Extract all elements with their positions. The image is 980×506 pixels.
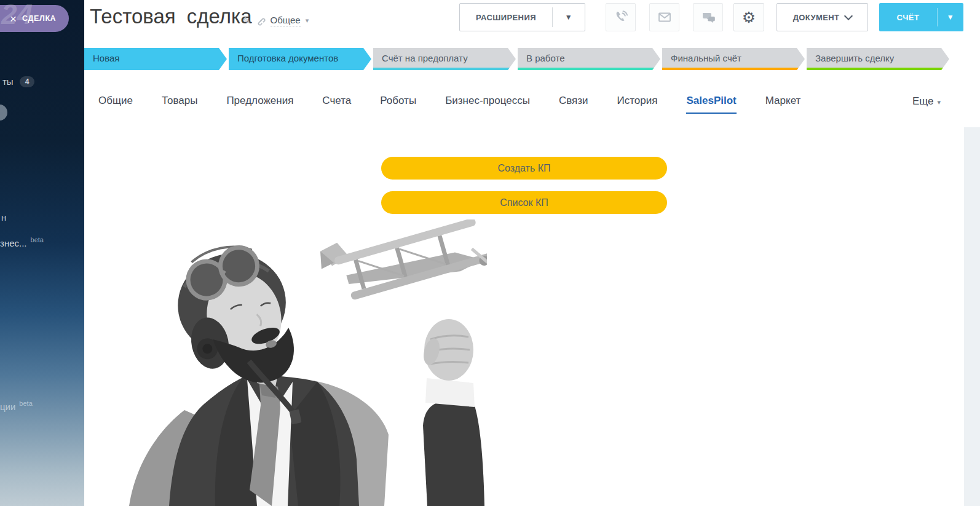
deal-category-selector[interactable]: Общее: [271, 15, 301, 26]
stage-color-bar: [807, 68, 949, 70]
link-icon[interactable]: [256, 16, 266, 26]
tab-invoices[interactable]: Счета: [322, 95, 351, 108]
stage-color-bar: [662, 68, 805, 70]
close-icon[interactable]: ×: [10, 13, 17, 25]
sidebar-item-label: н: [1, 212, 6, 223]
sidebar-item-truncated-2[interactable]: н: [1, 212, 6, 223]
page-title: Тестовая сделка: [90, 5, 252, 28]
beta-tag: beta: [19, 400, 32, 407]
stage-color-bar: [518, 68, 660, 70]
extensions-button[interactable]: РАСШИРЕНИЯ ▼: [459, 3, 585, 31]
pipeline-stage-finalinvoice[interactable]: Финальный счёт: [662, 48, 805, 70]
sidebar-item-truncated-4[interactable]: цииbeta: [0, 400, 33, 412]
chat-icon: [700, 9, 716, 25]
edit-pencil-icon[interactable]: ✎: [243, 15, 251, 26]
stage-label: Подготовка документов: [237, 53, 338, 63]
stage-label: Счёт на предоплату: [382, 53, 468, 63]
invoice-button[interactable]: СЧЁТ ▼: [879, 3, 963, 31]
salespilot-tab-content: Создать КП Список КП: [84, 127, 964, 506]
stage-label: Новая: [93, 53, 119, 63]
stage-color-bar: [373, 68, 516, 70]
caret-down-icon: ▾: [937, 98, 941, 106]
tab-general[interactable]: Общие: [98, 95, 133, 108]
list-kp-button[interactable]: Список КП: [381, 191, 667, 214]
aviator-man-illustration: [111, 219, 487, 506]
sidebar-item-truncated-1[interactable]: ты4: [2, 76, 34, 87]
document-button[interactable]: ДОКУМЕНТ: [776, 3, 868, 31]
pipeline-stage-prepay[interactable]: Счёт на предоплату: [373, 48, 516, 70]
chevron-down-icon[interactable]: ▾: [306, 17, 309, 25]
caret-down-icon[interactable]: ▼: [553, 13, 585, 22]
deal-slider-chip[interactable]: × СДЕЛКА: [0, 5, 69, 32]
sidebar-item-label: ты: [2, 76, 14, 87]
tab-links[interactable]: Связи: [559, 95, 588, 108]
settings-button[interactable]: ⚙: [733, 3, 764, 31]
call-button[interactable]: [606, 3, 636, 31]
tab-more-label: Еще: [912, 95, 934, 107]
tab-bizproc[interactable]: Бизнес-процессы: [445, 95, 530, 108]
document-button-label: ДОКУМЕНТ: [793, 13, 840, 22]
tab-more[interactable]: Еще▾: [912, 95, 964, 108]
sidebar: 24 × СДЕЛКА ты4 н знес...beta цииbeta: [0, 0, 84, 506]
phone-icon: [613, 9, 629, 25]
create-kp-button[interactable]: Создать КП: [381, 157, 667, 180]
bitrix24-deal-page: 24 × СДЕЛКА ты4 н знес...beta цииbeta Те…: [0, 0, 980, 506]
counter-badge-fragment: [0, 105, 7, 121]
deal-slider-panel: Тестовая сделка ✎ Общее ▾ РАСШИРЕНИЯ ▼: [84, 0, 980, 506]
counter-badge: 4: [20, 76, 35, 87]
tab-quotes[interactable]: Предложения: [226, 95, 293, 108]
pipeline-stage-docs[interactable]: Подготовка документов: [229, 48, 371, 70]
stage-label: В работе: [526, 53, 565, 63]
stage-label: Финальный счёт: [671, 53, 741, 63]
pipeline-stage-close[interactable]: Завершить сделку: [807, 48, 949, 70]
caret-down-icon[interactable]: ▼: [938, 13, 963, 22]
deal-tabs: Общие Товары Предложения Счета Роботы Би…: [84, 86, 964, 117]
tab-history[interactable]: История: [617, 95, 658, 108]
chevron-down-icon: [844, 12, 853, 20]
chat-button[interactable]: [693, 3, 723, 31]
entity-chip-label: СДЕЛКА: [22, 14, 56, 23]
mail-icon: [657, 9, 673, 25]
stage-label: Завершить сделку: [815, 53, 894, 63]
invoice-button-label: СЧЁТ: [879, 13, 937, 22]
tab-market[interactable]: Маркет: [765, 95, 801, 108]
email-button[interactable]: [649, 3, 679, 31]
tab-salespilot[interactable]: SalesPilot: [686, 95, 736, 108]
beta-tag: beta: [31, 236, 44, 243]
sidebar-item-label: ции: [0, 401, 15, 412]
extensions-button-label: РАСШИРЕНИЯ: [460, 13, 552, 22]
tab-products[interactable]: Товары: [162, 95, 197, 108]
sidebar-item-truncated-3[interactable]: знес...beta: [0, 236, 44, 248]
pipeline-stage-inwork[interactable]: В работе: [518, 48, 660, 70]
gear-icon: ⚙: [742, 10, 756, 25]
deal-header: Тестовая сделка ✎ Общее ▾ РАСШИРЕНИЯ ▼: [84, 0, 980, 38]
pipeline-stage-new[interactable]: Новая: [84, 48, 227, 70]
deal-pipeline: Новая Подготовка документов Счёт на пред…: [84, 48, 964, 70]
sidebar-item-label: знес...: [0, 238, 27, 248]
workspace-gutter: [964, 127, 980, 506]
tab-robots[interactable]: Роботы: [380, 95, 416, 108]
